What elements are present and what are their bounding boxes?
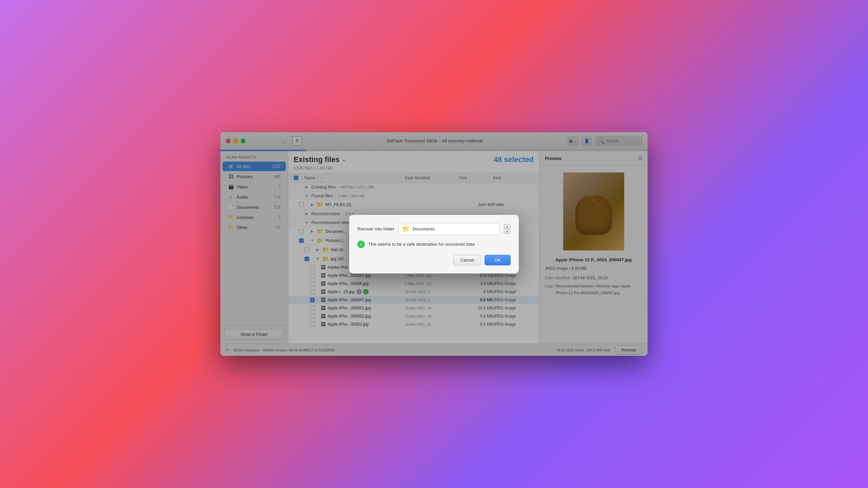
main-window: ‹ › ⌂ ⏸ JetFlash Transcend 16GB – All re… xyxy=(220,132,648,356)
stepper-down-button[interactable]: ▼ xyxy=(504,229,511,234)
modal-buttons: Cancel OK xyxy=(357,255,511,265)
modal-stepper: ▲ ▼ xyxy=(504,224,511,234)
modal-folder-icon: 📁 xyxy=(402,225,410,233)
modal-safe-message: ✓ This seems to be a safe destination fo… xyxy=(357,241,511,248)
modal-cancel-button[interactable]: Cancel xyxy=(453,255,481,265)
recover-modal: Recover into folder 📁 Documents ▲ ▼ ✓ Th… xyxy=(349,215,519,273)
safe-checkmark-icon: ✓ xyxy=(357,241,365,248)
modal-label: Recover into folder xyxy=(357,226,394,231)
modal-folder-selector[interactable]: 📁 Documents xyxy=(398,223,500,235)
modal-ok-button[interactable]: OK xyxy=(485,255,511,265)
modal-folder-row: Recover into folder 📁 Documents ▲ ▼ xyxy=(357,223,511,235)
stepper-up-button[interactable]: ▲ xyxy=(504,224,511,229)
modal-folder-name: Documents xyxy=(412,226,496,231)
safe-message-text: This seems to be a safe destination for … xyxy=(368,242,475,247)
modal-overlay: Recover into folder 📁 Documents ▲ ▼ ✓ Th… xyxy=(220,132,648,356)
